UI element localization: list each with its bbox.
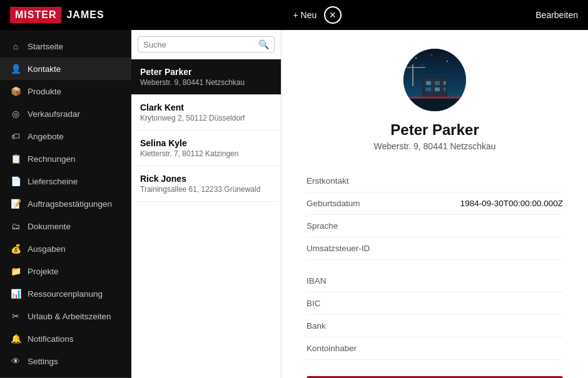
svg-point-3: [415, 57, 417, 59]
startseite-icon: ⌂: [10, 41, 21, 52]
close-button[interactable]: ✕: [324, 6, 342, 24]
contact-list: Peter Parker Weberstr. 9, 80441 Netzschk…: [131, 59, 281, 378]
top-bar-actions: + Neu ✕: [293, 6, 342, 24]
sidebar-label-dokumente: Dokumente: [28, 222, 71, 231]
auftragsbestatigungen-icon: 📝: [10, 198, 21, 209]
edit-button[interactable]: Bearbeiten: [535, 10, 578, 20]
new-button[interactable]: + Neu: [293, 10, 317, 20]
field-label: Geburtsdatum: [307, 199, 432, 208]
field-row: Sprache: [307, 215, 563, 237]
field-row: Kontoinhaber: [307, 337, 563, 360]
field-row: Bank: [307, 315, 563, 337]
sidebar-item-kontakte[interactable]: 👤 Kontakte: [0, 57, 131, 80]
main-layout: ⌂ Startseite 👤 Kontakte 📦 Produkte ◎ Ver…: [0, 30, 588, 378]
sidebar-label-startseite: Startseite: [28, 42, 63, 51]
urlaub-icon: ✂: [10, 311, 21, 322]
svg-rect-10: [426, 81, 431, 85]
field-row: BIC: [307, 292, 563, 315]
contact-name: Rick Jones: [140, 174, 272, 184]
logo: MISTER JAMES: [10, 7, 109, 23]
contact-item[interactable]: Rick Jones Trainingsallee 61, 12233 Grün…: [131, 166, 281, 202]
notifications-icon: 🔔: [10, 333, 21, 344]
field-value: 1984-09-30T00:00:00.000Z: [432, 199, 563, 208]
field-row: Geburtsdatum 1984-09-30T00:00:00.000Z: [307, 192, 563, 215]
sidebar-label-settings: Settings: [28, 357, 58, 366]
sidebar-label-verkaufsradar: Verkaufsradar: [28, 109, 80, 119]
svg-point-6: [456, 56, 457, 56]
settings-icon: 👁: [10, 356, 21, 367]
sidebar-item-angebote[interactable]: 🏷 Angebote: [0, 125, 131, 147]
svg-rect-13: [426, 87, 431, 91]
content-area: 🔍 Peter Parker Weberstr. 9, 80441 Netzsc…: [131, 30, 588, 378]
svg-point-4: [431, 54, 432, 56]
detail-panel: Peter Parker Weberstr. 9, 80441 Netzschk…: [281, 30, 588, 378]
detail-address: Weberstr. 9, 80441 Netzschkau: [373, 141, 495, 151]
svg-rect-18: [403, 99, 466, 111]
sidebar-label-ressourcenplanung: Ressourcenplanung: [28, 289, 103, 299]
sidebar-item-projekte[interactable]: 📁 Projekte: [0, 260, 131, 282]
field-label: BIC: [307, 299, 432, 308]
field-label: Umsatzsteuer-ID: [307, 244, 432, 253]
angebote-icon: 🏷: [10, 131, 21, 142]
search-panel: 🔍 Peter Parker Weberstr. 9, 80441 Netzsc…: [131, 30, 281, 378]
sidebar-label-angebote: Angebote: [28, 132, 64, 141]
detail-avatar: [403, 49, 466, 111]
sidebar-label-notifications: Notifications: [28, 334, 74, 344]
top-bar: MISTER JAMES + Neu ✕ Bearbeiten: [0, 0, 588, 30]
sidebar-item-startseite[interactable]: ⌂ Startseite: [0, 35, 131, 57]
contact-address: Krytonweg 2, 50112 Düsseldorf: [140, 114, 272, 122]
search-input[interactable]: [143, 40, 258, 49]
logo-james: JAMES: [61, 7, 109, 23]
svg-rect-14: [435, 87, 440, 91]
sidebar-item-lieferscheine[interactable]: 📄 Lieferscheine: [0, 170, 131, 192]
field-row: Umsatzsteuer-ID: [307, 237, 563, 260]
field-row: IBAN: [307, 270, 563, 292]
detail-header: Peter Parker Weberstr. 9, 80441 Netzschk…: [281, 30, 588, 164]
ausgaben-icon: 💰: [10, 243, 21, 254]
detail-fields: Erstkontakt Geburtsdatum 1984-09-30T00:0…: [281, 164, 588, 366]
bank-fields-section: IBAN BIC Bank Kontoinhaber: [307, 270, 563, 360]
search-icon: 🔍: [258, 39, 269, 49]
svg-rect-11: [435, 81, 440, 85]
sidebar-label-rechnungen: Rechnungen: [28, 154, 76, 164]
contact-item[interactable]: Selina Kyle Kletterstr. 7, 80112 Katzing…: [131, 131, 281, 166]
contact-item[interactable]: Clark Kent Krytonweg 2, 50112 Düsseldorf: [131, 95, 281, 131]
sidebar-label-urlaub: Urlaub & Arbeitszeiten: [28, 312, 111, 321]
sidebar-item-produkte[interactable]: 📦 Produkte: [0, 80, 131, 102]
sidebar-item-auftragsbestatigungen[interactable]: 📝 Auftragsbestätigungen: [0, 192, 131, 215]
main-fields-section: Erstkontakt Geburtsdatum 1984-09-30T00:0…: [307, 170, 563, 260]
logo-mister: MISTER: [10, 7, 61, 23]
contact-address: Kletterstr. 7, 80112 Katzingen: [140, 149, 272, 158]
sidebar-item-urlaub[interactable]: ✂ Urlaub & Arbeitszeiten: [0, 305, 131, 327]
contact-name: Peter Parker: [140, 67, 272, 77]
sidebar-item-dokumente[interactable]: 🗂 Dokumente: [0, 215, 131, 237]
ressourcenplanung-icon: 📊: [10, 288, 21, 299]
sidebar-label-kontakte: Kontakte: [28, 64, 61, 74]
sidebar-item-verkaufsradar[interactable]: ◎ Verkaufsradar: [0, 102, 131, 125]
projekte-icon: 📁: [10, 266, 21, 277]
field-label: IBAN: [307, 276, 432, 286]
svg-rect-15: [444, 87, 446, 91]
sidebar-item-rechnungen[interactable]: 📋 Rechnungen: [0, 147, 131, 170]
contact-address: Weberstr. 9, 80441 Netzschkau: [140, 78, 272, 87]
contact-name: Selina Kyle: [140, 138, 272, 148]
sidebar-item-ressourcenplanung[interactable]: 📊 Ressourcenplanung: [0, 282, 131, 305]
rechnungen-icon: 📋: [10, 153, 21, 164]
contact-name: Clark Kent: [140, 102, 272, 112]
svg-point-5: [447, 61, 448, 62]
lieferscheine-icon: 📄: [10, 176, 21, 187]
search-input-wrapper: 🔍: [138, 36, 275, 52]
field-label: Kontoinhaber: [307, 344, 432, 353]
sidebar-item-settings[interactable]: 👁 Settings: [0, 350, 131, 372]
field-label: Sprache: [307, 221, 432, 231]
contact-item[interactable]: Peter Parker Weberstr. 9, 80441 Netzschk…: [131, 59, 281, 95]
avatar-image: [403, 49, 466, 111]
sidebar-label-auftragsbestatigungen: Auftragsbestätigungen: [28, 199, 112, 209]
sidebar-item-ausgaben[interactable]: 💰 Ausgaben: [0, 237, 131, 260]
search-box: 🔍: [131, 30, 281, 59]
sidebar-label-ausgaben: Ausgaben: [28, 244, 66, 254]
sidebar-item-notifications[interactable]: 🔔 Notifications: [0, 327, 131, 350]
field-row: Erstkontakt: [307, 170, 563, 192]
kontakte-icon: 👤: [10, 63, 21, 74]
sidebar-nav: ⌂ Startseite 👤 Kontakte 📦 Produkte ◎ Ver…: [0, 30, 131, 377]
